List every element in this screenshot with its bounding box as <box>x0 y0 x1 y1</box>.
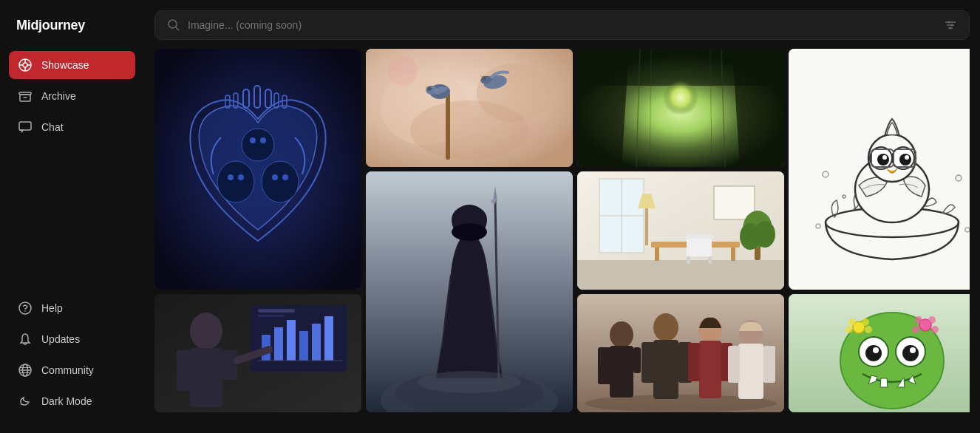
svg-point-54 <box>510 119 547 156</box>
grid-cell-heart[interactable] <box>154 49 361 290</box>
svg-point-11 <box>24 310 26 312</box>
svg-point-23 <box>951 24 953 27</box>
svg-rect-9 <box>19 122 31 130</box>
globe-icon <box>18 363 33 378</box>
svg-rect-75 <box>731 248 735 261</box>
svg-rect-156 <box>222 350 237 380</box>
svg-point-31 <box>272 174 278 180</box>
search-bar <box>154 10 970 40</box>
svg-rect-79 <box>708 256 712 264</box>
svg-point-29 <box>228 174 234 180</box>
sidebar-item-updates[interactable]: Updates <box>9 325 135 353</box>
sidebar-label-dark-mode: Dark Mode <box>41 395 92 407</box>
svg-rect-103 <box>763 346 775 383</box>
svg-point-28 <box>242 129 274 161</box>
svg-rect-151 <box>258 309 295 313</box>
grid-cell-characters[interactable] <box>577 294 784 412</box>
archive-icon <box>18 89 33 103</box>
svg-rect-85 <box>645 208 648 245</box>
sidebar-label-chat: Chat <box>41 121 64 133</box>
grid-cell-bird-bowl[interactable] <box>789 49 970 290</box>
filter-icon[interactable] <box>944 18 957 32</box>
svg-point-136 <box>845 326 853 333</box>
svg-rect-98 <box>688 343 700 381</box>
svg-rect-91 <box>633 347 641 373</box>
svg-rect-94 <box>642 342 655 383</box>
grid-cell-monster[interactable] <box>789 294 970 412</box>
svg-rect-102 <box>728 346 740 383</box>
svg-point-153 <box>190 313 222 350</box>
grid-cell-grim[interactable] <box>366 171 573 412</box>
svg-point-92 <box>653 313 678 341</box>
sidebar-label-showcase: Showcase <box>41 59 89 71</box>
svg-point-140 <box>912 326 919 333</box>
svg-point-10 <box>19 302 31 314</box>
sidebar-label-archive: Archive <box>41 90 76 102</box>
svg-point-58 <box>452 223 487 241</box>
svg-point-32 <box>282 174 288 180</box>
svg-point-34 <box>260 137 266 143</box>
svg-point-128 <box>865 345 882 361</box>
svg-rect-146 <box>287 320 296 361</box>
sidebar-item-help[interactable]: Help <box>9 294 135 322</box>
svg-point-138 <box>915 316 922 324</box>
svg-rect-72 <box>577 260 784 290</box>
grid-cell-birds[interactable] <box>366 49 573 167</box>
svg-rect-148 <box>312 324 321 361</box>
svg-point-22 <box>948 21 950 24</box>
svg-point-60 <box>418 371 521 393</box>
svg-rect-145 <box>274 327 283 361</box>
sidebar-item-showcase[interactable]: Showcase <box>9 51 135 79</box>
svg-rect-89 <box>610 346 633 398</box>
sidebar-item-chat[interactable]: Chat <box>9 113 135 141</box>
svg-point-45 <box>410 100 528 160</box>
help-icon <box>18 301 33 316</box>
svg-point-115 <box>882 155 887 160</box>
svg-point-114 <box>899 154 911 166</box>
grid-cell-room[interactable] <box>577 171 784 290</box>
svg-point-24 <box>950 27 952 30</box>
svg-point-137 <box>865 326 872 333</box>
svg-rect-155 <box>177 350 191 391</box>
svg-rect-101 <box>738 344 763 399</box>
svg-point-52 <box>482 76 486 81</box>
sidebar-label-help: Help <box>41 302 63 314</box>
bell-icon <box>18 332 33 347</box>
svg-rect-76 <box>684 234 714 239</box>
svg-point-139 <box>928 316 936 324</box>
svg-rect-154 <box>190 348 222 407</box>
svg-point-49 <box>427 86 432 91</box>
svg-line-18 <box>176 27 180 31</box>
image-grid <box>154 49 970 433</box>
svg-rect-97 <box>699 341 721 398</box>
svg-point-1 <box>23 63 27 67</box>
grid-cell-bottom-left[interactable] <box>154 294 361 412</box>
svg-point-135 <box>862 318 869 326</box>
svg-point-134 <box>848 318 856 326</box>
main-content <box>144 0 980 433</box>
svg-point-30 <box>238 174 244 180</box>
svg-point-26 <box>217 161 254 202</box>
search-icon <box>167 18 180 32</box>
svg-rect-90 <box>598 347 611 384</box>
svg-point-63 <box>636 58 725 146</box>
svg-point-33 <box>250 137 256 143</box>
svg-rect-147 <box>299 331 308 361</box>
grid-icon <box>18 58 33 72</box>
sidebar-label-community: Community <box>41 364 94 376</box>
svg-rect-46 <box>446 93 450 160</box>
sidebar-item-archive[interactable]: Archive <box>9 82 135 110</box>
svg-point-53 <box>388 56 418 86</box>
sidebar-item-community[interactable]: Community <box>9 356 135 384</box>
svg-rect-152 <box>258 315 284 317</box>
svg-rect-93 <box>653 340 678 399</box>
svg-rect-74 <box>655 248 659 261</box>
svg-point-129 <box>902 345 919 361</box>
grid-cell-tunnel[interactable] <box>577 49 784 167</box>
search-input[interactable] <box>188 19 936 31</box>
sidebar-item-dark-mode[interactable]: Dark Mode <box>9 387 135 415</box>
svg-rect-77 <box>687 239 712 256</box>
app-logo: Midjourney <box>9 12 135 48</box>
svg-point-84 <box>755 221 775 248</box>
svg-point-116 <box>905 155 909 160</box>
